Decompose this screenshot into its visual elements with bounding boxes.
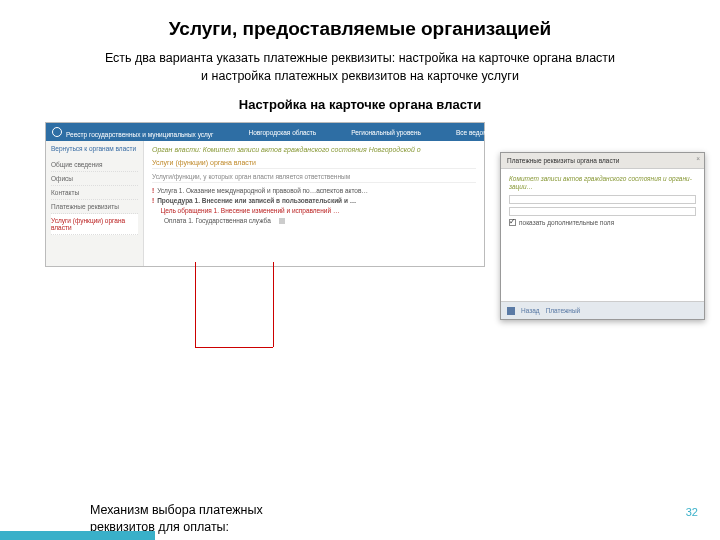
main-window: Реестр государственных и муниципальных у…	[45, 122, 485, 267]
popup-title-text: Платежные реквизиты органа власти	[507, 157, 619, 164]
mechanism-text: Механизм выбора платежных реквизитов для…	[90, 502, 675, 536]
warning-icon: !	[152, 187, 154, 194]
popup-field-1	[509, 195, 696, 204]
mechanism-line-1: Механизм выбора платежных	[90, 503, 263, 517]
popup-heading: Комитет записи актов гражданского состоя…	[509, 175, 696, 191]
row-procedure[interactable]: !Процедура 1. Внесение или записей в пол…	[152, 197, 476, 204]
subtitle-line-2: и настройка платежных реквизитов на карт…	[201, 69, 519, 83]
topbar-scope[interactable]: Все ведомства выбранной территории	[456, 129, 573, 136]
tab-responsible[interactable]: Услуги/функции, у которых орган власти я…	[152, 173, 476, 183]
topbar-logo: Реестр государственных и муниципальных у…	[52, 127, 213, 138]
popup-titlebar: Платежные реквизиты органа власти ×	[501, 153, 704, 169]
row-goal[interactable]: Цель обращения 1. Внесение изменений и и…	[152, 207, 476, 214]
authority-title: Орган власти: Комитет записи актов гражд…	[152, 146, 476, 153]
checkbox-icon[interactable]	[509, 219, 516, 226]
row-goal-label: Цель обращения 1. Внесение изменений и и…	[160, 207, 339, 214]
popup-checkbox-label: показать дополнительные поля	[519, 219, 614, 226]
accent-bar	[0, 531, 155, 540]
topbar-logo-label: Реестр государственных и муниципальных у…	[66, 131, 213, 138]
popup-input-1[interactable]	[509, 195, 696, 204]
row-service[interactable]: !Услуга 1. Оказание международной и прав…	[152, 187, 476, 194]
connector-line	[195, 262, 196, 347]
topbar-level[interactable]: Региональный уровень	[351, 129, 421, 136]
slide-title: Услуги, предоставляемые организацией	[45, 18, 675, 40]
content-pane: Орган власти: Комитет записи актов гражд…	[144, 141, 484, 266]
row-procedure-label: Процедура 1. Внесение или записей в поль…	[157, 197, 356, 204]
sidebar: Вернуться к органам власти Общие сведени…	[46, 141, 144, 266]
connector-line	[273, 262, 274, 347]
popup-footer-link[interactable]: Платежный	[546, 307, 581, 314]
row-payment[interactable]: Оплата 1. Государственная служба	[152, 217, 476, 224]
topbar-region[interactable]: Новгородская область	[248, 129, 316, 136]
page-number: 32	[686, 506, 698, 518]
screenshot-composite: Реестр государственных и муниципальных у…	[45, 122, 675, 352]
logo-icon	[52, 127, 62, 137]
close-icon[interactable]: ×	[696, 155, 700, 162]
sidebar-back-link[interactable]: Вернуться к органам власти	[51, 145, 138, 152]
row-payment-label: Оплата 1. Государственная служба	[164, 217, 271, 224]
slide-subtitle: Есть два варианта указать платежные рекв…	[45, 50, 675, 85]
row-service-label: Услуга 1. Оказание международной и право…	[157, 187, 368, 194]
sidebar-item-general[interactable]: Общие сведения	[51, 158, 138, 172]
back-icon[interactable]	[507, 307, 515, 315]
popup-dialog: Платежные реквизиты органа власти × Коми…	[500, 152, 705, 320]
popup-footer: Назад Платежный	[501, 301, 704, 319]
connector-line	[195, 347, 273, 348]
sidebar-item-payments[interactable]: Платежные реквизиты	[51, 200, 138, 214]
popup-checkbox-row[interactable]: показать дополнительные поля	[509, 219, 696, 226]
section-heading: Настройка на карточке органа власти	[45, 97, 675, 112]
sidebar-item-services[interactable]: Услуги (функции) органа власти	[51, 214, 138, 235]
sidebar-item-contacts[interactable]: Контакты	[51, 186, 138, 200]
popup-footer-back[interactable]: Назад	[521, 307, 540, 314]
warning-icon: !	[152, 197, 154, 204]
main-topbar: Реестр государственных и муниципальных у…	[46, 123, 484, 141]
tab-services[interactable]: Услуги (функции) органа власти	[152, 159, 476, 169]
subtitle-line-1: Есть два варианта указать платежные рекв…	[105, 51, 615, 65]
sidebar-item-offices[interactable]: Офисы	[51, 172, 138, 186]
doc-icon[interactable]	[279, 218, 285, 224]
popup-input-2[interactable]	[509, 207, 696, 216]
popup-field-2	[509, 207, 696, 216]
